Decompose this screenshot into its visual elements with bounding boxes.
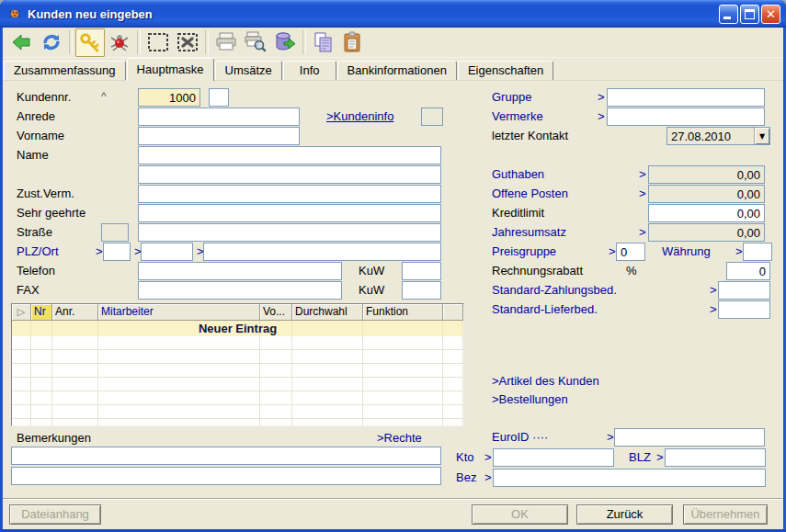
- name2-input[interactable]: [138, 165, 441, 184]
- waehrung-label[interactable]: Währung: [662, 243, 711, 261]
- vermerke-selector[interactable]: >: [598, 108, 605, 126]
- col-header-vorname[interactable]: Vo...: [260, 304, 292, 321]
- offene-posten-field: [648, 185, 765, 203]
- maximize-button[interactable]: [740, 5, 759, 24]
- tab-bankinformationen[interactable]: Bankinformationen: [337, 61, 457, 80]
- waehrung-input[interactable]: [743, 243, 772, 261]
- key-button[interactable]: [75, 28, 105, 57]
- bez-label[interactable]: Bez: [456, 469, 476, 487]
- bemerkungen-input-1[interactable]: [11, 447, 441, 465]
- uebernehmen-button[interactable]: Übernehmen: [683, 504, 768, 525]
- sehrgeehrte-input[interactable]: [138, 204, 441, 222]
- blz-input[interactable]: [665, 448, 766, 467]
- kundennr-suffix-input[interactable]: [209, 88, 229, 107]
- kundennr-input[interactable]: [138, 88, 200, 107]
- euroid-input[interactable]: [614, 428, 765, 447]
- zustverm-input[interactable]: [138, 185, 441, 203]
- telefon-input[interactable]: [138, 262, 342, 280]
- bestellungen-link[interactable]: >Bestellungen: [492, 391, 568, 409]
- spider-button[interactable]: [105, 28, 134, 57]
- vermerke-label[interactable]: Vermerke: [492, 108, 543, 126]
- guthaben-label[interactable]: Guthaben: [492, 165, 544, 184]
- letzter-kontakt-dropdown[interactable]: 27.08.2010 ▼: [666, 127, 770, 145]
- std-lieferbed-selector[interactable]: >: [710, 300, 717, 319]
- fax-kuw-input[interactable]: [402, 281, 441, 300]
- tab-info[interactable]: Info: [283, 61, 336, 80]
- vermerke-input[interactable]: [607, 108, 765, 126]
- clear-selection-button[interactable]: [173, 28, 202, 57]
- ort-input[interactable]: [203, 243, 441, 261]
- print-button[interactable]: [211, 28, 241, 57]
- plzort-label[interactable]: PLZ/Ort: [17, 243, 59, 261]
- app-window: Kunden neu eingeben ✕: [0, 0, 786, 532]
- plz-land-input[interactable]: [103, 243, 131, 261]
- tab-eigenschaften[interactable]: Eigenschaften: [458, 61, 553, 80]
- refresh-button[interactable]: [37, 28, 66, 57]
- col-header-mitarbeiter[interactable]: Mitarbeiter: [98, 304, 260, 321]
- gruppe-input[interactable]: [607, 88, 765, 107]
- bez-input[interactable]: [493, 469, 766, 487]
- kundeninfo-link[interactable]: >Kundeninfo: [326, 108, 393, 126]
- kreditlimit-input[interactable]: [648, 204, 765, 222]
- paste-button[interactable]: [338, 28, 368, 57]
- rechte-link[interactable]: >Rechte: [377, 429, 422, 447]
- dateianhang-button[interactable]: Dateianhang: [9, 504, 101, 525]
- minimize-button[interactable]: [719, 5, 738, 24]
- toolbar-separator: [302, 30, 306, 54]
- gruppe-selector[interactable]: >: [598, 88, 605, 107]
- tab-zusammenfassung[interactable]: Zusammenfassung: [4, 61, 126, 80]
- anrede-input[interactable]: [138, 108, 300, 126]
- col-header-nr[interactable]: Nr: [31, 304, 52, 321]
- gruppe-label[interactable]: Gruppe: [492, 88, 531, 107]
- back-button[interactable]: [7, 28, 37, 57]
- blz-label[interactable]: BLZ: [629, 448, 651, 467]
- bez-selector[interactable]: >: [484, 469, 492, 487]
- std-zahlungsbed-selector[interactable]: >: [710, 281, 717, 300]
- percent-label: %: [626, 262, 637, 280]
- blz-selector[interactable]: >: [656, 448, 664, 467]
- telefon-label: Telefon: [17, 262, 55, 280]
- print-preview-button[interactable]: [241, 28, 270, 57]
- bemerkungen-input-2[interactable]: [11, 467, 441, 485]
- dropdown-arrow-icon[interactable]: ▼: [754, 128, 769, 144]
- new-entry-row[interactable]: Neuer Eintrag: [12, 321, 463, 336]
- offene-posten-selector[interactable]: >: [639, 185, 646, 203]
- fax-input[interactable]: [138, 281, 342, 300]
- col-header-funktion[interactable]: Funktion: [363, 304, 443, 321]
- std-lieferbed-input[interactable]: [718, 300, 770, 319]
- selection-button[interactable]: [143, 28, 173, 57]
- kto-label[interactable]: Kto: [456, 448, 474, 467]
- zurueck-button[interactable]: Zurück: [576, 504, 673, 525]
- std-zahlungsbed-input[interactable]: [718, 281, 770, 300]
- tab-hauptmaske[interactable]: Hauptmaske: [127, 58, 214, 81]
- col-header-anr[interactable]: Anr.: [52, 304, 98, 321]
- plz-selector[interactable]: >: [96, 243, 103, 261]
- rechnungsrabatt-input[interactable]: [726, 262, 770, 280]
- guthaben-selector[interactable]: >: [639, 165, 646, 184]
- col-header-durchwahl[interactable]: Durchwahl: [292, 304, 363, 321]
- euroid-selector[interactable]: >: [607, 428, 614, 447]
- std-zahlungsbed-label[interactable]: Standard-Zahlungsbed.: [492, 281, 617, 300]
- waehrung-selector[interactable]: >: [735, 243, 743, 261]
- vorname-input[interactable]: [138, 127, 300, 145]
- preisgruppe-label[interactable]: Preisgruppe: [492, 243, 556, 261]
- preisgruppe-input[interactable]: [616, 243, 645, 261]
- std-lieferbed-label[interactable]: Standard-Lieferbed.: [492, 300, 598, 319]
- artikel-des-kunden-link[interactable]: >Artikel des Kunden: [492, 372, 599, 391]
- telefon-kuw-input[interactable]: [402, 262, 441, 280]
- ok-button[interactable]: OK: [472, 504, 568, 525]
- strasse-input[interactable]: [138, 223, 441, 242]
- jahresumsatz-label[interactable]: Jahresumsatz: [492, 223, 566, 242]
- tab-umsaetze[interactable]: Umsätze: [215, 61, 282, 80]
- euroid-label[interactable]: EuroID ····: [492, 428, 548, 447]
- close-button[interactable]: ✕: [761, 5, 780, 24]
- db-export-button[interactable]: [270, 28, 300, 57]
- copy-button[interactable]: [309, 28, 338, 57]
- kto-selector[interactable]: >: [484, 448, 492, 467]
- name-input[interactable]: [138, 146, 441, 164]
- offene-posten-label[interactable]: Offene Posten: [492, 185, 568, 203]
- jahresumsatz-selector[interactable]: >: [639, 223, 646, 242]
- kto-input[interactable]: [493, 448, 614, 467]
- preisgruppe-selector[interactable]: >: [609, 243, 616, 261]
- plz-input[interactable]: [141, 243, 193, 261]
